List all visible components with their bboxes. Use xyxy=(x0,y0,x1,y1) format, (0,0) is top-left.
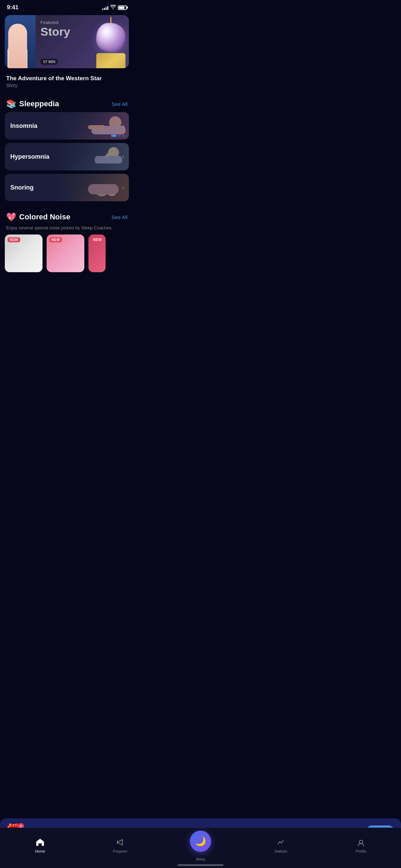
sleeppedia-header: 📚 Sleeppedia See All xyxy=(0,94,134,112)
sleeppedia-title: 📚 Sleeppedia xyxy=(6,99,59,109)
colored-noise-section: 💖 Colored Noise See All Enjoy several sp… xyxy=(0,207,134,272)
featured-person-image xyxy=(5,15,36,68)
pink-noise-new-badge: NEW xyxy=(49,237,62,242)
sleeppedia-list: Insomnia › H xyxy=(0,112,134,201)
colored-noise-header: 💖 Colored Noise See All xyxy=(0,207,134,225)
sleeppedia-item-snoring[interactable]: Snoring › xyxy=(5,174,129,201)
wifi-icon xyxy=(110,5,116,10)
sleeppedia-item-hypersomnia[interactable]: Hypersomnia › xyxy=(5,143,129,170)
sleeppedia-icon: 📚 xyxy=(6,99,16,109)
hypersomnia-label: Hypersomnia xyxy=(10,153,49,160)
red-noise-new-badge: NEW xyxy=(91,237,104,242)
sleeppedia-section: 📚 Sleeppedia See All Insomnia xyxy=(0,94,134,201)
sleeppedia-see-all[interactable]: See All xyxy=(111,101,127,107)
noise-card-red[interactable]: NEW xyxy=(88,234,106,272)
sleeppedia-item-insomnia[interactable]: Insomnia › xyxy=(5,112,129,140)
featured-story-title: The Adventure of the Western Star xyxy=(6,75,127,82)
signal-bars-icon xyxy=(102,5,108,10)
featured-story-info: The Adventure of the Western Star Story xyxy=(0,72,134,94)
white-noise-new-badge: NEW xyxy=(8,237,20,242)
featured-story-card[interactable]: Featured Story 57 MIN xyxy=(5,15,129,68)
snoring-arrow-icon: › xyxy=(122,184,124,191)
svg-rect-4 xyxy=(95,156,122,164)
colored-noise-icon: 💖 xyxy=(6,212,16,222)
featured-story-subtitle: Story xyxy=(6,83,127,88)
insomnia-indicator xyxy=(111,135,125,137)
svg-rect-8 xyxy=(88,184,119,194)
svg-rect-2 xyxy=(88,125,105,129)
status-time: 9:41 xyxy=(7,4,19,11)
snoring-label: Snoring xyxy=(10,184,34,191)
hypersomnia-arrow-icon: › xyxy=(122,154,124,160)
noise-cards-row: NEW NEW NEW xyxy=(0,234,134,272)
colored-noise-description: Enjoy several special noise picked by Sl… xyxy=(0,225,134,234)
diamond-decoration xyxy=(96,17,125,68)
noise-card-white[interactable]: NEW xyxy=(5,234,42,272)
insomnia-arrow-icon: › xyxy=(122,123,124,129)
colored-noise-see-all[interactable]: See All xyxy=(111,214,127,220)
status-bar: 9:41 xyxy=(0,0,134,13)
insomnia-label: Insomnia xyxy=(10,122,37,130)
featured-content: Featured Story 57 MIN xyxy=(36,15,129,68)
duration-badge: 57 MIN xyxy=(40,59,58,65)
status-icons xyxy=(102,5,127,10)
battery-icon xyxy=(118,5,127,10)
noise-card-pink[interactable]: NEW xyxy=(47,234,84,272)
colored-noise-title: 💖 Colored Noise xyxy=(6,212,70,222)
